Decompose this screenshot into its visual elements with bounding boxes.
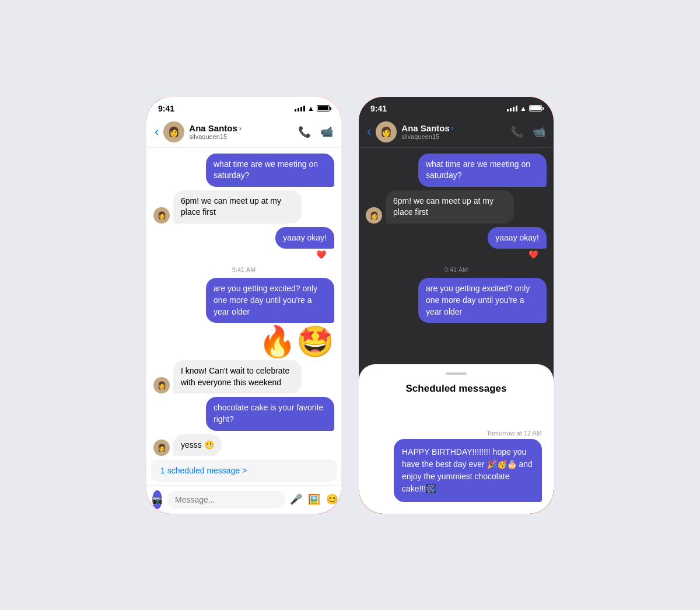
- header-actions-right: 📞 📹: [510, 126, 545, 138]
- message-bubble: 6pm! we can meet up at my place first: [386, 190, 514, 224]
- contact-info-left: Ana Santos › silvaqueen15: [189, 123, 293, 140]
- phone-icon-left[interactable]: 📞: [298, 126, 311, 138]
- contact-username-right: silvaqueen15: [401, 133, 506, 140]
- app-container: 9:41 ▲: [145, 95, 555, 515]
- message-row: yaaay okay!: [153, 227, 334, 249]
- scheduled-banner-text: 1 scheduled message >: [160, 466, 247, 475]
- status-bar-left: 9:41 ▲: [146, 97, 341, 117]
- chat-header-left: ‹ 👩 Ana Santos › silvaqueen15 📞 📹: [146, 117, 341, 148]
- reaction-dark: ❤️: [366, 250, 547, 259]
- messages-area-right: what time are we meeting on saturday? 👩 …: [359, 148, 554, 364]
- scheduled-msg-time: Tomorrow at 12 AM: [370, 430, 542, 437]
- wifi-icon: ▲: [307, 104, 314, 113]
- header-actions-left: 📞 📹: [298, 126, 333, 138]
- video-icon-right[interactable]: 📹: [533, 126, 545, 138]
- panel-title: Scheduled messages: [370, 383, 542, 395]
- message-bubble: are you getting excited? only one more d…: [206, 278, 334, 323]
- message-row: chocolate cake is your favorite right?: [153, 397, 334, 430]
- camera-button[interactable]: 📷: [152, 490, 162, 509]
- message-bubble: yaaay okay!: [488, 227, 547, 249]
- signal-bar-2: [298, 108, 299, 111]
- battery-icon: [317, 105, 330, 111]
- signal-bar-3: [513, 107, 514, 111]
- contact-name-right[interactable]: Ana Santos ›: [401, 123, 506, 133]
- message-bubble: chocolate cake is your favorite right?: [206, 397, 334, 430]
- chat-header-right: ‹ 👩 Ana Santos › silvaqueen15 📞 📹: [359, 117, 554, 148]
- message-bubble: 6pm! we can meet up at my place first: [173, 190, 302, 224]
- input-bar-left: 📷 🎤 🖼️ 😊 ⊕: [146, 485, 341, 514]
- battery-fill-dark: [530, 106, 541, 110]
- battery-icon-dark: [529, 105, 542, 111]
- reaction: ❤️: [153, 250, 334, 259]
- phone-icon-right[interactable]: 📞: [510, 126, 523, 138]
- contact-username-left: silvaqueen15: [189, 133, 293, 140]
- contact-info-right: Ana Santos › silvaqueen15: [401, 123, 506, 140]
- avatar: 👩: [153, 440, 170, 455]
- signal-bar-1: [295, 109, 296, 111]
- contact-name-left[interactable]: Ana Santos ›: [189, 123, 293, 133]
- battery-fill: [318, 106, 328, 110]
- status-time-left: 9:41: [158, 104, 174, 113]
- sticker-icon[interactable]: 😊: [326, 493, 338, 506]
- emoji-sticker: 🔥🤩: [258, 326, 334, 357]
- input-icons: 🎤 🖼️ 😊 ⊕: [290, 493, 341, 506]
- scheduled-msg-row: HAPPY BIRTHDAY!!!!!!!! hope you have the…: [370, 439, 542, 502]
- message-row: are you getting excited? only one more d…: [366, 278, 547, 323]
- message-row: 🔥🤩: [153, 326, 334, 357]
- mic-icon[interactable]: 🎤: [290, 493, 302, 506]
- photo-icon[interactable]: 🖼️: [308, 493, 320, 506]
- avatar: 👩: [153, 207, 170, 224]
- message-bubble: what time are we meeting on saturday?: [418, 154, 547, 187]
- status-time-right: 9:41: [370, 104, 387, 113]
- right-phone: 9:41 ▲: [357, 95, 555, 515]
- message-row: 👩 6pm! we can meet up at my place first: [366, 190, 547, 224]
- wifi-icon-dark: ▲: [520, 104, 527, 113]
- avatar-left: 👩: [163, 121, 184, 142]
- timestamp: 9:41 AM: [153, 263, 334, 274]
- scheduled-banner[interactable]: 1 scheduled message >: [151, 459, 337, 482]
- message-bubble: yaaay okay!: [275, 227, 334, 249]
- signal-bar-1: [507, 109, 509, 111]
- signal-bar-3: [300, 107, 302, 111]
- signal-icon-dark: [507, 106, 517, 111]
- scheduled-msg-bubble: HAPPY BIRTHDAY!!!!!!!! hope you have the…: [394, 439, 542, 502]
- signal-bar-2: [510, 108, 512, 111]
- video-icon-left[interactable]: 📹: [320, 126, 333, 138]
- signal-icon: [295, 106, 305, 111]
- message-input[interactable]: [167, 491, 285, 508]
- panel-handle: [446, 372, 467, 375]
- message-bubble: yesss 😬: [173, 434, 222, 456]
- message-row: are you getting excited? only one more d…: [153, 278, 334, 323]
- signal-bar-4: [303, 106, 305, 111]
- message-row: what time are we meeting on saturday?: [153, 154, 334, 187]
- message-row: 👩 yesss 😬: [153, 434, 334, 456]
- avatar: 👩: [366, 207, 382, 224]
- message-row: yaaay okay!: [366, 227, 547, 249]
- message-row: what time are we meeting on saturday?: [366, 154, 547, 187]
- message-bubble: I know! Can't wait to celebrate with eve…: [173, 360, 302, 393]
- message-row: 👩 I know! Can't wait to celebrate with e…: [153, 360, 334, 393]
- message-bubble: what time are we meeting on saturday?: [206, 154, 334, 187]
- scheduled-panel[interactable]: Scheduled messages Tomorrow at 12 AM HAP…: [359, 364, 554, 514]
- back-button-left[interactable]: ‹: [155, 124, 159, 140]
- status-icons-right: ▲: [507, 104, 542, 113]
- left-phone: 9:41 ▲: [145, 95, 343, 515]
- timestamp-dark: 9:41 AM: [366, 263, 547, 274]
- status-bar-right: 9:41 ▲: [359, 97, 554, 117]
- message-bubble: are you getting excited? only one more d…: [418, 278, 547, 323]
- back-button-right[interactable]: ‹: [367, 124, 371, 140]
- avatar: 👩: [153, 377, 170, 393]
- signal-bar-4: [516, 106, 517, 111]
- message-row: 👩 6pm! we can meet up at my place first: [153, 190, 334, 224]
- avatar-right: 👩: [376, 121, 397, 142]
- messages-area-left: what time are we meeting on saturday? 👩 …: [146, 148, 341, 456]
- status-icons-left: ▲: [295, 104, 330, 113]
